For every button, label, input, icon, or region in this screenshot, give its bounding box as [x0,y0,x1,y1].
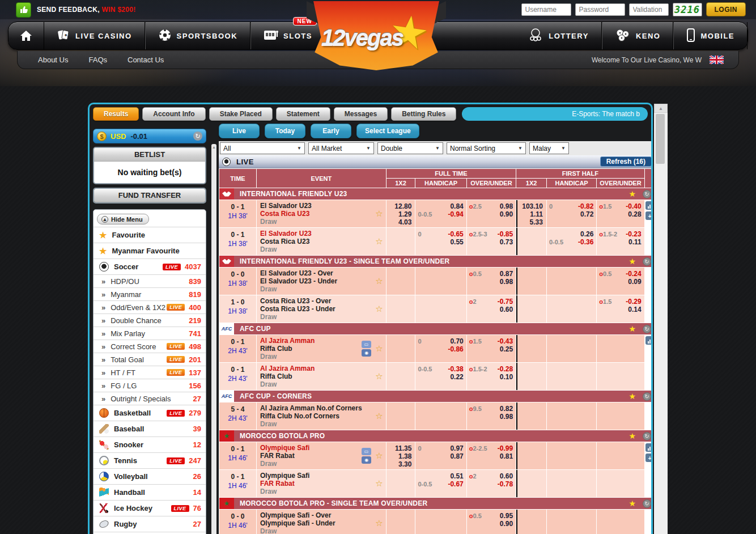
login-button[interactable]: LOGIN [706,2,746,16]
tab-results[interactable]: Results [93,107,139,121]
odds-value[interactable]: 0.26 [580,230,593,238]
username-field[interactable] [521,3,571,16]
odds-cell[interactable] [547,442,596,469]
odds-cell[interactable]: o1.5-0.290.14 [597,295,644,323]
validation-field[interactable] [629,3,669,16]
odds-cell[interactable]: 0-0.650.55 [415,228,466,255]
odds-cell[interactable] [597,442,644,469]
odds-value[interactable]: 11.35 [388,444,412,452]
team-name[interactable]: Olympique Safi - Over [260,511,373,519]
odds-value[interactable]: -0.94 [448,210,463,218]
nav-item-live-casino[interactable]: ♠LIVE CASINO [44,22,145,49]
balance-refresh-icon[interactable]: ↻ [193,132,202,141]
refresh-icon[interactable]: ↻ [643,190,651,198]
tab-statement[interactable]: Statement [276,107,330,121]
odds-value[interactable]: 1.11 [519,210,543,218]
odds-value[interactable]: 0.81 [500,452,513,460]
sidebar-item-myanmar[interactable]: »Myanmar819 [94,287,206,300]
team-name[interactable]: Draw [260,460,362,468]
team-name[interactable]: Draw [260,245,373,253]
dropdown-double[interactable]: Double▼ [377,142,443,154]
password-field[interactable] [575,3,625,16]
sidebar-item-favourite[interactable]: ★Favourite [94,227,206,243]
odds-value[interactable]: 0.14 [628,306,641,313]
odds-cell[interactable] [597,402,644,430]
odds-cell[interactable] [597,470,644,497]
odds-cell[interactable] [415,510,466,534]
odds-value[interactable]: 0.25 [500,345,513,353]
site-logo[interactable]: ★ 12vegas [313,1,439,71]
odds-value[interactable]: 0.09 [628,278,641,286]
odds-value[interactable]: 0.11 [628,238,642,246]
odds-cell[interactable] [547,363,596,390]
odds-value[interactable]: -0.67 [448,480,463,488]
live-tv-icon[interactable]: ▭ [362,448,371,455]
odds-cell[interactable] [415,295,466,323]
odds-value[interactable]: 0.10 [500,373,513,381]
match-tracker-icon[interactable]: ◉ [362,349,371,357]
odds-cell[interactable]: o2-2.5-0.990.81 [467,442,516,469]
odds-value[interactable]: 0.28 [628,210,641,218]
odds-1x2-cell[interactable] [516,510,546,534]
team-name[interactable]: Olympique Safi [260,472,373,480]
odds-value[interactable]: 0.90 [500,520,513,528]
team-name[interactable]: Riffa Club No.of Corners [260,412,373,420]
team-name[interactable]: Riffa Club [260,372,373,380]
sidebar-item-ice-hockey[interactable]: Ice HockeyLIVE76 [94,500,206,516]
odds-1x2-cell[interactable] [387,228,415,255]
odds-value[interactable]: 0.70 [450,337,463,345]
odds-value[interactable]: 4.03 [388,218,412,226]
team-name[interactable]: Olympique Safi - Under [260,519,373,527]
betting-scrollbar[interactable]: ▲ [211,144,216,534]
scrollbar-thumb[interactable] [656,114,665,164]
odds-value[interactable]: 1.38 [388,452,412,460]
sidebar-item-tennis[interactable]: TennisLIVE247 [94,452,206,468]
team-name[interactable]: Costa Rica U23 - Under [260,305,373,313]
odds-value[interactable]: -0.29 [626,298,641,306]
odds-value[interactable]: 103.10 [519,202,543,210]
odds-value[interactable]: -0.75 [498,298,513,306]
odds-value[interactable]: -0.23 [626,230,641,238]
odds-value[interactable]: 0.60 [500,306,513,313]
odds-cell[interactable]: o0.50.870.98 [467,268,516,295]
odds-value[interactable]: 0.72 [580,210,593,218]
betlist-header[interactable]: BETLIST [94,148,205,162]
favourite-star-icon[interactable]: ★ [628,431,636,440]
odds-value[interactable]: 0.55 [450,238,463,246]
odds-cell[interactable] [547,335,596,362]
team-name[interactable]: Al Jazira Amman No.of Corners [260,404,373,412]
odds-1x2-cell[interactable] [387,510,415,534]
odds-1x2-cell[interactable]: 12.801.294.03 [387,200,415,227]
match-tracker-icon[interactable]: ◉ [362,456,371,464]
refresh-icon[interactable]: ↻ [643,392,651,401]
odds-value[interactable]: 0.87 [450,452,463,460]
odds-cell[interactable]: o0.5-0.240.09 [597,268,644,295]
odds-value[interactable]: -0.38 [448,365,463,373]
team-name[interactable]: Draw [260,218,373,226]
odds-value[interactable]: 0.98 [500,202,513,210]
favourite-star-icon[interactable]: ★ [628,189,636,198]
team-name[interactable]: FAR Rabat [260,452,362,460]
favourite-star-icon[interactable]: ☆ [375,518,383,528]
betting-scroll-up-icon[interactable]: ▲ [211,144,216,151]
tab-messages[interactable]: Messages [334,107,388,121]
refresh-icon[interactable]: ↻ [643,325,651,333]
odds-1x2-cell[interactable] [516,268,546,295]
odds-cell[interactable] [547,295,596,323]
odds-1x2-cell[interactable] [516,295,546,323]
favourite-star-icon[interactable]: ☆ [375,276,383,286]
team-name[interactable]: Draw [260,527,373,534]
odds-1x2-cell[interactable] [387,363,415,390]
odds-1x2-cell[interactable] [516,228,546,255]
dropdown-normal-sorting[interactable]: Normal Sorting▼ [447,142,526,154]
live-tv-icon[interactable]: ▭ [362,341,371,348]
odds-value[interactable]: 1.29 [388,210,412,218]
sidebar-item-basketball[interactable]: BasketballLIVE279 [94,405,206,421]
odds-value[interactable]: 0.60 [500,472,513,480]
odds-value[interactable]: -0.43 [498,337,513,345]
team-name[interactable]: Riffa Club [260,345,362,353]
odds-cell[interactable]: 0.840-0.5-0.94 [415,200,466,227]
period-button-live[interactable]: Live [219,124,260,138]
odds-value[interactable]: 0.95 [500,512,513,520]
sidebar-item-rugby[interactable]: Rugby27 [94,516,206,532]
